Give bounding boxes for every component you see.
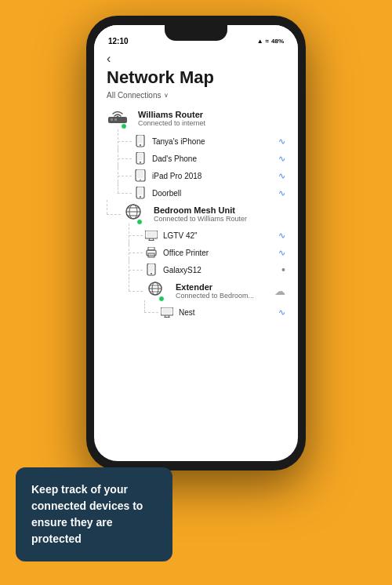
extender-info: Extender Connected to Bedroom... (176, 282, 265, 300)
extender-children: Nest ∿ (144, 305, 285, 319)
screen-content: ‹ Network Map All Connections ∨ (94, 50, 298, 461)
bottom-card: Keep track of your connected devices to … (16, 467, 172, 561)
filter-label: All Connections (107, 91, 161, 100)
mesh-info: Bedroom Mesh Unit Connected to Williams … (154, 205, 285, 223)
svg-rect-5 (138, 136, 143, 144)
mesh-status: Connected to Williams Router (154, 215, 285, 223)
mesh-unit-item[interactable]: Bedroom Mesh Unit Connected to Williams … (107, 203, 285, 225)
svg-rect-8 (138, 154, 143, 161)
mesh-icon (122, 203, 144, 220)
phone-icon (133, 151, 147, 165)
svg-point-9 (140, 162, 141, 163)
extender-status: Connected to Bedroom... (176, 292, 265, 300)
printer-icon (144, 245, 158, 260)
tv-icon (160, 305, 174, 319)
bottom-card-text: Keep track of your connected devices to … (31, 481, 157, 547)
phone-notch (165, 25, 227, 41)
router-status: Connected to internet (138, 119, 285, 127)
wifi-status-icon: ≈ (266, 38, 269, 45)
tablet-icon (133, 169, 147, 183)
wifi-icon: ∿ (278, 171, 285, 181)
svg-point-3 (117, 116, 119, 118)
status-icons: ▲ ≈ 48% (257, 38, 284, 45)
signal-dot-icon: • (281, 263, 285, 276)
online-indicator (158, 296, 165, 302)
list-item[interactable]: GalaxyS12 • (129, 263, 285, 277)
tv-icon (144, 228, 158, 242)
mesh-name: Bedroom Mesh Unit (154, 205, 285, 215)
router-icon-wrap (107, 107, 132, 129)
router-name: Williams Router (138, 110, 285, 119)
extender-name: Extender (176, 282, 265, 292)
cloud-icon: ☁ (274, 285, 285, 297)
wifi-icon: ∿ (278, 231, 285, 241)
svg-rect-30 (150, 256, 152, 256)
mesh-children: LGTV 42" ∿ Office Printer ∿ (129, 228, 285, 319)
online-indicator (121, 123, 127, 129)
signal-icon: ▲ (257, 38, 263, 45)
device-name: Doorbell (152, 189, 278, 198)
svg-point-15 (140, 196, 141, 198)
page-title: Network Map (107, 67, 285, 88)
svg-point-12 (140, 180, 141, 181)
wifi-icon: ∿ (278, 188, 285, 198)
extender-icon-wrap (144, 280, 169, 302)
status-time: 12:10 (108, 37, 129, 45)
battery-icon: 48% (271, 38, 284, 45)
wifi-icon: ∿ (278, 154, 285, 164)
online-indicator (136, 219, 143, 225)
svg-rect-29 (150, 255, 154, 256)
device-name: Tanya's iPhone (152, 137, 278, 146)
back-button[interactable]: ‹ (107, 52, 285, 66)
phone-icon (133, 134, 147, 148)
list-item[interactable]: iPad Pro 2018 ∿ (118, 169, 285, 183)
router-item[interactable]: Williams Router Connected to internet (107, 107, 285, 129)
list-item[interactable]: Tanya's iPhone ∿ (118, 134, 285, 148)
svg-rect-11 (137, 171, 143, 179)
svg-rect-14 (138, 188, 143, 195)
router-children: Tanya's iPhone ∿ Dad's Phone ∿ (118, 134, 285, 200)
list-item[interactable]: Doorbell ∿ (118, 186, 285, 200)
router-icon (107, 107, 129, 125)
chevron-down-icon: ∨ (164, 92, 169, 99)
phone-screen: 12:10 ▲ ≈ 48% ‹ Network Map All Connecti… (94, 25, 298, 461)
svg-rect-22 (147, 231, 156, 237)
mesh-icon-wrap (122, 203, 147, 225)
extender-icon (144, 280, 166, 297)
router-info: Williams Router Connected to internet (138, 110, 285, 127)
filter-row[interactable]: All Connections ∨ (107, 91, 285, 100)
device-name: Office Printer (163, 249, 278, 257)
list-item[interactable]: Office Printer ∿ (129, 245, 285, 260)
svg-rect-2 (114, 118, 117, 121)
svg-rect-40 (162, 308, 172, 314)
device-name: Dad's Phone (152, 154, 278, 163)
svg-point-6 (140, 144, 141, 146)
device-name: Nest (179, 308, 278, 317)
device-name: GalaxyS12 (163, 266, 281, 274)
svg-rect-32 (149, 265, 154, 272)
svg-rect-27 (148, 247, 154, 250)
list-item[interactable]: Nest ∿ (144, 305, 285, 319)
phone-icon (144, 263, 158, 277)
phone-frame: 12:10 ▲ ≈ 48% ‹ Network Map All Connecti… (86, 16, 306, 471)
list-item[interactable]: Dad's Phone ∿ (118, 151, 285, 165)
svg-point-33 (151, 273, 152, 274)
doorbell-icon (133, 186, 147, 200)
wifi-icon: ∿ (278, 307, 285, 318)
extender-item[interactable]: Extender Connected to Bedroom... ☁ (129, 280, 285, 302)
wifi-icon: ∿ (278, 248, 285, 258)
list-item[interactable]: LGTV 42" ∿ (129, 228, 285, 242)
device-name: iPad Pro 2018 (152, 172, 278, 180)
wifi-icon: ∿ (278, 136, 285, 147)
svg-rect-1 (111, 118, 113, 121)
device-name: LGTV 42" (163, 231, 278, 240)
